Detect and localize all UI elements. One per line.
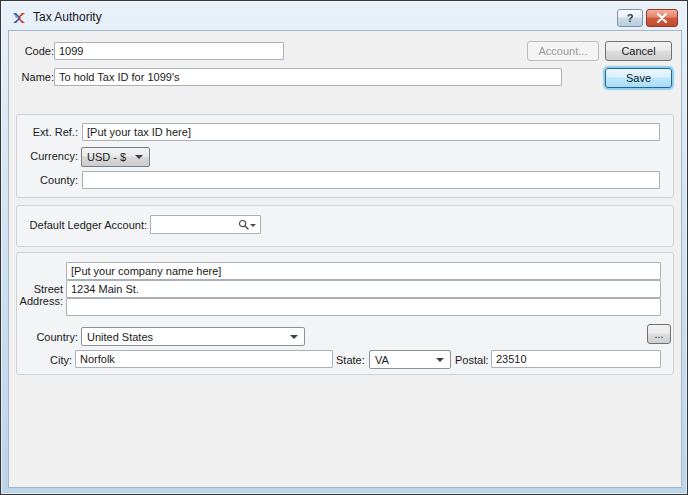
city-input[interactable] (75, 350, 333, 368)
save-button[interactable]: Save (605, 68, 672, 88)
state-label: State: (336, 354, 365, 367)
state-select[interactable]: VA (369, 350, 451, 369)
currency-value: USD - $ (82, 151, 135, 163)
account-button[interactable]: Account... (527, 41, 599, 61)
dialog-body: Code: Name: Account... Cancel Save Ext. … (8, 30, 682, 488)
ext-ref-label: Ext. Ref.: (12, 126, 78, 139)
street-address-line2-input[interactable] (66, 280, 661, 298)
cancel-button[interactable]: Cancel (605, 41, 672, 61)
chevron-down-icon (135, 155, 143, 159)
search-icon (238, 219, 249, 230)
chevron-down-icon (290, 335, 298, 339)
name-input[interactable] (54, 68, 562, 86)
default-ledger-account-label: Default Ledger Account: (12, 219, 147, 232)
tax-authority-dialog: Tax Authority ? Code: Name: Account... C… (0, 0, 688, 495)
postal-label: Postal: (455, 354, 489, 367)
chevron-down-icon (250, 224, 256, 227)
county-input[interactable] (82, 171, 660, 189)
question-mark-icon: ? (627, 12, 634, 24)
ledger-account-input[interactable] (151, 218, 238, 232)
street-address-label: Street Address: (17, 283, 63, 307)
close-icon (657, 13, 667, 23)
default-ledger-account-lookup[interactable] (150, 215, 261, 234)
window-title: Tax Authority (33, 10, 102, 24)
street-address-line3-input[interactable] (66, 298, 661, 316)
currency-label: Currency: (12, 150, 78, 163)
help-button[interactable]: ? (617, 9, 643, 27)
currency-select[interactable]: USD - $ (81, 147, 150, 167)
country-value: United States (82, 331, 290, 343)
state-value: VA (370, 354, 436, 366)
code-input[interactable] (54, 42, 284, 60)
postal-input[interactable] (491, 350, 661, 368)
close-button[interactable] (646, 9, 678, 27)
county-label: County: (12, 174, 78, 187)
code-label: Code: (12, 45, 54, 58)
country-select[interactable]: United States (81, 327, 305, 346)
address-more-button[interactable]: ... (647, 324, 671, 344)
city-label: City: (12, 354, 72, 367)
ext-ref-input[interactable] (82, 123, 660, 141)
street-address-line1-input[interactable] (66, 262, 661, 280)
titlebar[interactable]: Tax Authority ? (1, 1, 687, 30)
chevron-down-icon (436, 358, 444, 362)
app-x-logo-icon (11, 10, 27, 26)
name-label: Name: (12, 71, 54, 84)
country-label: Country: (12, 331, 78, 344)
